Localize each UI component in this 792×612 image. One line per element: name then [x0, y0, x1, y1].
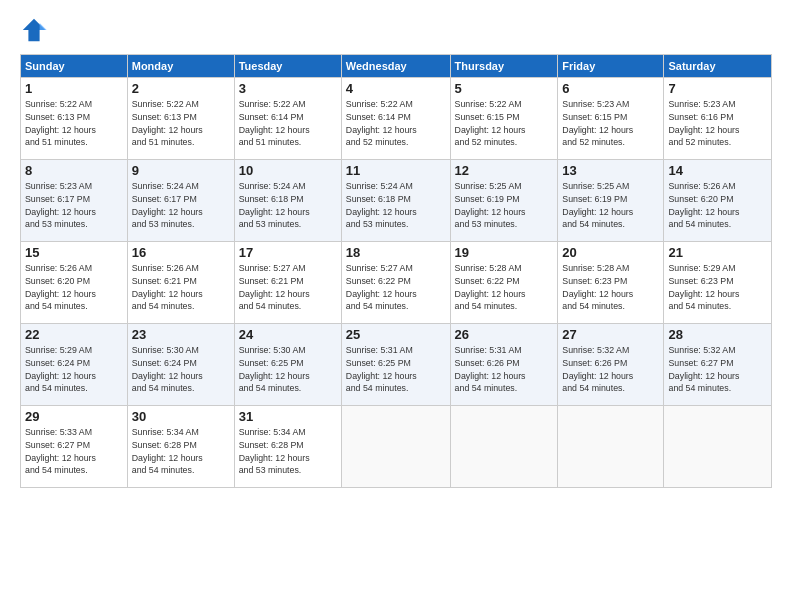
week-row-2: 8Sunrise: 5:23 AM Sunset: 6:17 PM Daylig…: [21, 160, 772, 242]
day-number: 19: [455, 245, 554, 260]
logo-icon: [20, 16, 48, 44]
col-header-wednesday: Wednesday: [341, 55, 450, 78]
day-number: 16: [132, 245, 230, 260]
calendar-cell: 5Sunrise: 5:22 AM Sunset: 6:15 PM Daylig…: [450, 78, 558, 160]
day-info: Sunrise: 5:22 AM Sunset: 6:13 PM Dayligh…: [25, 98, 123, 149]
calendar-cell: [664, 406, 772, 488]
day-number: 9: [132, 163, 230, 178]
day-info: Sunrise: 5:25 AM Sunset: 6:19 PM Dayligh…: [562, 180, 659, 231]
day-info: Sunrise: 5:29 AM Sunset: 6:24 PM Dayligh…: [25, 344, 123, 395]
day-number: 5: [455, 81, 554, 96]
day-number: 26: [455, 327, 554, 342]
col-header-thursday: Thursday: [450, 55, 558, 78]
calendar-header-row: SundayMondayTuesdayWednesdayThursdayFrid…: [21, 55, 772, 78]
day-number: 21: [668, 245, 767, 260]
calendar-cell: 23Sunrise: 5:30 AM Sunset: 6:24 PM Dayli…: [127, 324, 234, 406]
calendar: SundayMondayTuesdayWednesdayThursdayFrid…: [20, 54, 772, 488]
day-number: 18: [346, 245, 446, 260]
day-info: Sunrise: 5:27 AM Sunset: 6:21 PM Dayligh…: [239, 262, 337, 313]
col-header-friday: Friday: [558, 55, 664, 78]
logo: [20, 16, 50, 44]
day-info: Sunrise: 5:25 AM Sunset: 6:19 PM Dayligh…: [455, 180, 554, 231]
calendar-cell: [341, 406, 450, 488]
day-info: Sunrise: 5:24 AM Sunset: 6:17 PM Dayligh…: [132, 180, 230, 231]
day-info: Sunrise: 5:23 AM Sunset: 6:15 PM Dayligh…: [562, 98, 659, 149]
day-number: 15: [25, 245, 123, 260]
calendar-cell: 10Sunrise: 5:24 AM Sunset: 6:18 PM Dayli…: [234, 160, 341, 242]
day-number: 28: [668, 327, 767, 342]
page: SundayMondayTuesdayWednesdayThursdayFrid…: [0, 0, 792, 500]
day-info: Sunrise: 5:26 AM Sunset: 6:20 PM Dayligh…: [668, 180, 767, 231]
svg-marker-1: [40, 23, 47, 30]
day-info: Sunrise: 5:26 AM Sunset: 6:21 PM Dayligh…: [132, 262, 230, 313]
day-info: Sunrise: 5:23 AM Sunset: 6:17 PM Dayligh…: [25, 180, 123, 231]
day-number: 7: [668, 81, 767, 96]
header: [20, 16, 772, 44]
day-number: 2: [132, 81, 230, 96]
day-number: 23: [132, 327, 230, 342]
day-info: Sunrise: 5:31 AM Sunset: 6:25 PM Dayligh…: [346, 344, 446, 395]
day-info: Sunrise: 5:30 AM Sunset: 6:25 PM Dayligh…: [239, 344, 337, 395]
calendar-cell: 3Sunrise: 5:22 AM Sunset: 6:14 PM Daylig…: [234, 78, 341, 160]
calendar-cell: 16Sunrise: 5:26 AM Sunset: 6:21 PM Dayli…: [127, 242, 234, 324]
day-number: 29: [25, 409, 123, 424]
calendar-cell: 27Sunrise: 5:32 AM Sunset: 6:26 PM Dayli…: [558, 324, 664, 406]
calendar-cell: 19Sunrise: 5:28 AM Sunset: 6:22 PM Dayli…: [450, 242, 558, 324]
day-number: 11: [346, 163, 446, 178]
week-row-5: 29Sunrise: 5:33 AM Sunset: 6:27 PM Dayli…: [21, 406, 772, 488]
day-number: 24: [239, 327, 337, 342]
day-info: Sunrise: 5:29 AM Sunset: 6:23 PM Dayligh…: [668, 262, 767, 313]
calendar-cell: 9Sunrise: 5:24 AM Sunset: 6:17 PM Daylig…: [127, 160, 234, 242]
col-header-sunday: Sunday: [21, 55, 128, 78]
day-info: Sunrise: 5:34 AM Sunset: 6:28 PM Dayligh…: [132, 426, 230, 477]
day-number: 17: [239, 245, 337, 260]
day-number: 20: [562, 245, 659, 260]
day-info: Sunrise: 5:27 AM Sunset: 6:22 PM Dayligh…: [346, 262, 446, 313]
calendar-cell: 11Sunrise: 5:24 AM Sunset: 6:18 PM Dayli…: [341, 160, 450, 242]
day-number: 30: [132, 409, 230, 424]
calendar-cell: 18Sunrise: 5:27 AM Sunset: 6:22 PM Dayli…: [341, 242, 450, 324]
day-info: Sunrise: 5:22 AM Sunset: 6:14 PM Dayligh…: [239, 98, 337, 149]
calendar-cell: 4Sunrise: 5:22 AM Sunset: 6:14 PM Daylig…: [341, 78, 450, 160]
calendar-cell: 26Sunrise: 5:31 AM Sunset: 6:26 PM Dayli…: [450, 324, 558, 406]
day-info: Sunrise: 5:30 AM Sunset: 6:24 PM Dayligh…: [132, 344, 230, 395]
calendar-cell: 30Sunrise: 5:34 AM Sunset: 6:28 PM Dayli…: [127, 406, 234, 488]
calendar-cell: [450, 406, 558, 488]
calendar-cell: 22Sunrise: 5:29 AM Sunset: 6:24 PM Dayli…: [21, 324, 128, 406]
week-row-3: 15Sunrise: 5:26 AM Sunset: 6:20 PM Dayli…: [21, 242, 772, 324]
calendar-cell: 8Sunrise: 5:23 AM Sunset: 6:17 PM Daylig…: [21, 160, 128, 242]
calendar-cell: 17Sunrise: 5:27 AM Sunset: 6:21 PM Dayli…: [234, 242, 341, 324]
calendar-cell: 2Sunrise: 5:22 AM Sunset: 6:13 PM Daylig…: [127, 78, 234, 160]
day-number: 27: [562, 327, 659, 342]
calendar-cell: 24Sunrise: 5:30 AM Sunset: 6:25 PM Dayli…: [234, 324, 341, 406]
col-header-tuesday: Tuesday: [234, 55, 341, 78]
day-info: Sunrise: 5:31 AM Sunset: 6:26 PM Dayligh…: [455, 344, 554, 395]
day-info: Sunrise: 5:23 AM Sunset: 6:16 PM Dayligh…: [668, 98, 767, 149]
calendar-cell: 13Sunrise: 5:25 AM Sunset: 6:19 PM Dayli…: [558, 160, 664, 242]
day-info: Sunrise: 5:26 AM Sunset: 6:20 PM Dayligh…: [25, 262, 123, 313]
week-row-1: 1Sunrise: 5:22 AM Sunset: 6:13 PM Daylig…: [21, 78, 772, 160]
week-row-4: 22Sunrise: 5:29 AM Sunset: 6:24 PM Dayli…: [21, 324, 772, 406]
day-number: 1: [25, 81, 123, 96]
calendar-cell: 31Sunrise: 5:34 AM Sunset: 6:28 PM Dayli…: [234, 406, 341, 488]
col-header-monday: Monday: [127, 55, 234, 78]
day-info: Sunrise: 5:32 AM Sunset: 6:27 PM Dayligh…: [668, 344, 767, 395]
day-info: Sunrise: 5:24 AM Sunset: 6:18 PM Dayligh…: [239, 180, 337, 231]
day-info: Sunrise: 5:22 AM Sunset: 6:13 PM Dayligh…: [132, 98, 230, 149]
calendar-cell: 21Sunrise: 5:29 AM Sunset: 6:23 PM Dayli…: [664, 242, 772, 324]
day-number: 22: [25, 327, 123, 342]
day-info: Sunrise: 5:28 AM Sunset: 6:23 PM Dayligh…: [562, 262, 659, 313]
day-number: 31: [239, 409, 337, 424]
day-number: 14: [668, 163, 767, 178]
calendar-cell: 29Sunrise: 5:33 AM Sunset: 6:27 PM Dayli…: [21, 406, 128, 488]
col-header-saturday: Saturday: [664, 55, 772, 78]
calendar-cell: 1Sunrise: 5:22 AM Sunset: 6:13 PM Daylig…: [21, 78, 128, 160]
calendar-cell: 15Sunrise: 5:26 AM Sunset: 6:20 PM Dayli…: [21, 242, 128, 324]
day-number: 6: [562, 81, 659, 96]
calendar-cell: 12Sunrise: 5:25 AM Sunset: 6:19 PM Dayli…: [450, 160, 558, 242]
day-number: 13: [562, 163, 659, 178]
day-info: Sunrise: 5:34 AM Sunset: 6:28 PM Dayligh…: [239, 426, 337, 477]
calendar-cell: 6Sunrise: 5:23 AM Sunset: 6:15 PM Daylig…: [558, 78, 664, 160]
day-info: Sunrise: 5:28 AM Sunset: 6:22 PM Dayligh…: [455, 262, 554, 313]
day-number: 25: [346, 327, 446, 342]
